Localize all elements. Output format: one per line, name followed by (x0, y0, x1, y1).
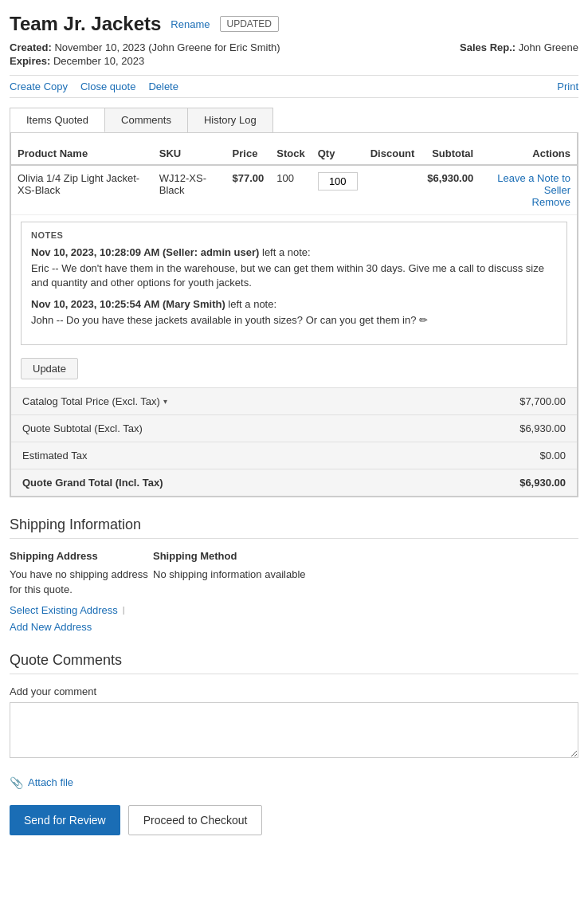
shipping-links: Select Existing Address | (10, 604, 153, 616)
catalog-value: $7,700.00 (519, 395, 566, 407)
shipping-section: Shipping Information Shipping Address Yo… (10, 516, 578, 633)
shipping-divider (10, 538, 578, 539)
shipping-sep: | (123, 605, 125, 615)
shipping-method-col: Shipping Method No shipping information … (153, 550, 578, 633)
shipping-method-text: No shipping information available (153, 567, 578, 583)
sku-cell: WJ12-XS-Black (153, 165, 226, 215)
comments-section-title: Quote Comments (10, 652, 578, 669)
items-table: Product Name SKU Price Stock Qty Discoun… (11, 143, 577, 215)
note1-body: Eric -- We don't have them in the wareho… (31, 261, 557, 290)
col-product-name: Product Name (11, 143, 153, 165)
rename-link[interactable]: Rename (171, 18, 210, 30)
comment-textarea[interactable] (10, 702, 578, 758)
stock-cell: 100 (270, 165, 311, 215)
table-row: Olivia 1/4 Zip Light Jacket-XS-Black WJ1… (11, 165, 577, 215)
catalog-total-row: Catalog Total Price (Excl. Tax) ▾ $7,700… (11, 388, 577, 415)
attach-file-link[interactable]: Attach file (28, 776, 73, 788)
add-address-link[interactable]: Add New Address (10, 621, 153, 633)
leave-note-link[interactable]: Leave a Note to Seller (486, 172, 570, 196)
delete-link[interactable]: Delete (148, 81, 178, 92)
shipping-grid: Shipping Address You have no shipping ad… (10, 550, 578, 633)
note2-meta-bold: Nov 10, 2023, 10:25:54 AM (Mary Smith) (31, 298, 225, 310)
discount-cell (364, 165, 421, 215)
actions-cell: Leave a Note to Seller Remove (480, 165, 577, 215)
quote-title: Team Jr. Jackets (10, 13, 161, 35)
col-actions: Actions (480, 143, 577, 165)
select-address-link[interactable]: Select Existing Address (10, 604, 118, 616)
subtotal-label: Quote Subtotal (Excl. Tax) (22, 422, 143, 434)
col-price: Price (226, 143, 271, 165)
shipping-method-title: Shipping Method (153, 550, 578, 562)
notes-section: NOTES Nov 10, 2023, 10:28:09 AM (Seller:… (21, 222, 567, 345)
note1-meta-bold: Nov 10, 2023, 10:28:09 AM (Seller: admin… (31, 246, 259, 258)
grand-total-row: Quote Grand Total (Incl. Tax) $6,930.00 (11, 469, 577, 496)
subtotal-cell: $6,930.00 (421, 165, 480, 215)
tab-comments[interactable]: Comments (105, 108, 188, 132)
col-discount: Discount (364, 143, 421, 165)
bottom-actions: Send for Review Proceed to Checkout (10, 805, 578, 835)
qty-cell (312, 165, 364, 215)
totals-section: Catalog Total Price (Excl. Tax) ▾ $7,700… (11, 387, 577, 496)
print-link[interactable]: Print (557, 81, 578, 92)
remove-link[interactable]: Remove (486, 196, 570, 208)
note-entry-2: Nov 10, 2023, 10:25:54 AM (Mary Smith) l… (31, 298, 557, 328)
tabs-bar: Items Quoted Comments History Log (10, 108, 273, 132)
paperclip-icon: 📎 (10, 776, 23, 789)
expires-label: Expires: (10, 55, 50, 67)
action-bar: Create Copy Close quote Delete Print (10, 75, 578, 98)
col-sku: SKU (153, 143, 226, 165)
send-for-review-button[interactable]: Send for Review (10, 805, 120, 835)
created-value: November 10, 2023 (John Greene for Eric … (54, 41, 280, 53)
tab-items-quoted[interactable]: Items Quoted (10, 108, 105, 132)
comments-divider (10, 674, 578, 674)
chevron-down-icon: ▾ (163, 397, 167, 406)
subtotal-row: Quote Subtotal (Excl. Tax) $6,930.00 (11, 415, 577, 442)
shipping-address-col: Shipping Address You have no shipping ad… (10, 550, 153, 633)
sales-rep-label: Sales Rep.: (460, 41, 515, 53)
comments-section: Quote Comments Add your comment (10, 652, 578, 760)
col-subtotal: Subtotal (421, 143, 480, 165)
product-name-cell: Olivia 1/4 Zip Light Jacket-XS-Black (11, 165, 153, 215)
grand-label: Quote Grand Total (Incl. Tax) (22, 477, 163, 489)
tab-history-log[interactable]: History Log (188, 108, 272, 132)
status-badge: UPDATED (220, 16, 279, 32)
created-label: Created: (10, 41, 52, 53)
close-quote-link[interactable]: Close quote (80, 81, 135, 92)
attach-row: 📎 Attach file (10, 776, 578, 789)
tax-row: Estimated Tax $0.00 (11, 442, 577, 469)
col-qty: Qty (312, 143, 364, 165)
price-cell: $77.00 (226, 165, 271, 215)
tax-value: $0.00 (539, 450, 566, 462)
note-entry-1: Nov 10, 2023, 10:28:09 AM (Seller: admin… (31, 246, 557, 290)
catalog-label: Catalog Total Price (Excl. Tax) (22, 395, 160, 407)
qty-input[interactable] (318, 172, 358, 190)
note1-meta-rest: left a note: (262, 246, 311, 258)
quote-table-wrapper: Product Name SKU Price Stock Qty Discoun… (10, 132, 578, 497)
add-comment-label: Add your comment (10, 685, 578, 697)
sales-rep-value: John Greene (519, 41, 578, 53)
tax-label: Estimated Tax (22, 450, 87, 462)
grand-value: $6,930.00 (519, 477, 566, 489)
note2-meta-rest: left a note: (228, 298, 276, 310)
expires-value: December 10, 2023 (53, 55, 144, 67)
col-stock: Stock (270, 143, 311, 165)
proceed-to-checkout-button[interactable]: Proceed to Checkout (128, 805, 263, 835)
shipping-address-title: Shipping Address (10, 550, 153, 562)
note2-body: John -- Do you have these jackets availa… (31, 313, 557, 328)
update-btn-row: Update (11, 352, 577, 387)
shipping-address-text: You have no shipping address for this qu… (10, 567, 153, 598)
subtotal-value: $6,930.00 (519, 422, 566, 434)
shipping-section-title: Shipping Information (10, 516, 578, 533)
notes-title: NOTES (31, 230, 557, 240)
update-button[interactable]: Update (21, 358, 78, 379)
create-copy-link[interactable]: Create Copy (10, 81, 68, 92)
